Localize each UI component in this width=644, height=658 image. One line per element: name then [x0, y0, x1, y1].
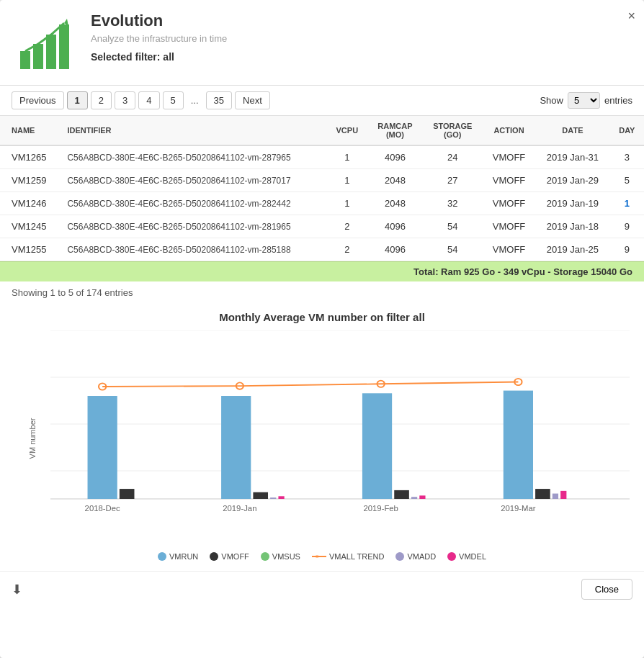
bar-vmrun-feb	[362, 393, 392, 499]
page-35-button[interactable]: 35	[206, 91, 232, 109]
page-dots: ...	[187, 92, 203, 109]
pagination-bar: Previous 1 2 3 4 5 ... 35 Next Show 5 10…	[0, 86, 644, 116]
page-3-button[interactable]: 3	[115, 91, 135, 109]
show-label: Show	[540, 95, 563, 106]
cell-name: VM1245	[0, 215, 60, 238]
show-entries-control: Show 5 10 25 50 entries	[540, 92, 632, 109]
cell-day: 1	[610, 192, 644, 215]
table-row: VM1265 C56A8BCD-380E-4E6C-B265-D50208641…	[0, 145, 644, 169]
cell-name: VM1255	[0, 238, 60, 261]
bar-vmoff-jan	[253, 492, 268, 499]
col-action: ACTION	[483, 116, 535, 145]
bar-vmdel-mar	[560, 491, 566, 499]
cell-name: VM1265	[0, 145, 60, 169]
page-4-button[interactable]: 4	[138, 91, 159, 109]
cell-day: 3	[610, 145, 644, 169]
cell-ram: 2048	[367, 169, 423, 192]
modal-title: Evolution	[91, 12, 227, 30]
bar-vmdel-feb	[419, 495, 425, 499]
svg-rect-3	[59, 24, 69, 69]
cell-ram: 4096	[367, 145, 423, 169]
download-button[interactable]: ⬇	[12, 582, 22, 598]
cell-action: VMOFF	[483, 145, 535, 169]
cell-name: VM1259	[0, 169, 60, 192]
bar-vmrun-mar	[504, 391, 533, 499]
col-identifier: IDENTIFIER	[60, 116, 326, 145]
y-axis-label: VM number	[28, 418, 37, 459]
modal-subtitle: Analyze the infrastructure in time	[91, 33, 227, 44]
legend-vmadd: VMADD	[395, 552, 436, 561]
legend-dot-vmsus	[261, 552, 269, 561]
legend-vmoff: VMOFF	[210, 552, 249, 561]
legend-vmdel: VMDEL	[447, 552, 486, 561]
cell-storage: 32	[423, 192, 483, 215]
table-row: VM1259 C56A8BCD-380E-4E6C-B265-D50208641…	[0, 169, 644, 192]
cell-vcpu: 1	[326, 145, 367, 169]
cell-vcpu: 1	[326, 169, 367, 192]
svg-text:2018-Dec: 2018-Dec	[85, 504, 121, 512]
cell-storage: 24	[423, 145, 483, 169]
bar-vmdel-jan	[278, 496, 284, 499]
cell-ram: 2048	[367, 192, 423, 215]
col-ramcap: RAMCAP(Mo)	[367, 116, 423, 145]
legend-vmsus: VMSUS	[261, 552, 300, 561]
bar-vmoff-mar	[535, 489, 550, 499]
col-storage: STORAGE(Go)	[423, 116, 483, 145]
cell-id: C56A8BCD-380E-4E6C-B265-D50208641102-vm-…	[60, 145, 326, 169]
legend-label-vmsus: VMSUS	[272, 552, 300, 561]
table-row: VM1246 C56A8BCD-380E-4E6C-B265-D50208641…	[0, 192, 644, 215]
legend-label-vmoff: VMOFF	[221, 552, 249, 561]
entries-select[interactable]: 5 10 25 50	[568, 92, 600, 109]
legend-dot-vmadd	[395, 552, 404, 561]
showing-text: Showing 1 to 5 of 174 entries	[0, 281, 644, 304]
chart-svg: 2000 1500 1000 500 0	[50, 330, 630, 518]
cell-id: C56A8BCD-380E-4E6C-B265-D50208641102-vm-…	[60, 169, 326, 192]
previous-button[interactable]: Previous	[12, 91, 64, 109]
close-footer-button[interactable]: Close	[581, 579, 632, 600]
page-1-button[interactable]: 1	[67, 91, 88, 109]
table-row: VM1255 C56A8BCD-380E-4E6C-B265-D50208641…	[0, 238, 644, 261]
bar-vmoff-dec	[120, 489, 135, 499]
bar-vmrun-jan	[221, 396, 251, 499]
cell-date: 2019 Jan-25	[535, 238, 609, 261]
table-header-row: NAME IDENTIFIER VCPU RAMCAP(Mo) STORAGE(…	[0, 116, 644, 145]
svg-text:2019-Feb: 2019-Feb	[363, 504, 398, 512]
bar-vmadd-mar	[553, 494, 558, 499]
legend-label-vmall: VMALL TREND	[329, 552, 384, 561]
pagination-controls: Previous 1 2 3 4 5 ... 35 Next	[12, 91, 270, 109]
cell-date: 2019 Jan-31	[535, 145, 609, 169]
legend-vmall-trend: ○ VMALL TREND	[312, 552, 384, 561]
cell-storage: 54	[423, 238, 483, 261]
entries-label: entries	[604, 95, 632, 106]
cell-date: 2019 Jan-19	[535, 192, 609, 215]
legend-vmrun: VMRUN	[158, 552, 198, 561]
col-name: NAME	[0, 116, 60, 145]
bar-vmoff-feb	[394, 490, 409, 499]
cell-id: C56A8BCD-380E-4E6C-B265-D50208641102-vm-…	[60, 192, 326, 215]
next-button[interactable]: Next	[235, 91, 270, 109]
bar-vmrun-dec	[88, 396, 117, 499]
legend-dot-vmdel	[447, 552, 456, 561]
chart-title: Monthly Average VM number on filter all	[14, 311, 630, 323]
modal-header: Evolution Analyze the infrastructure in …	[0, 0, 644, 86]
legend-label-vmrun: VMRUN	[169, 552, 198, 561]
cell-storage: 54	[423, 215, 483, 238]
legend-label-vmadd: VMADD	[407, 552, 436, 561]
cell-day: 9	[610, 238, 644, 261]
modal-footer: ⬇ Close	[0, 571, 644, 607]
col-vcpu: VCPU	[326, 116, 367, 145]
page-2-button[interactable]: 2	[91, 91, 112, 109]
page-5-button[interactable]: 5	[163, 91, 184, 109]
cell-action: VMOFF	[483, 169, 535, 192]
svg-rect-0	[20, 51, 30, 69]
svg-text:2019-Jan: 2019-Jan	[223, 504, 256, 512]
legend-label-vmdel: VMDEL	[459, 552, 486, 561]
total-bar: Total: Ram 925 Go - 349 vCpu - Storage 1…	[0, 261, 644, 281]
cell-day: 9	[610, 215, 644, 238]
header-text: Evolution Analyze the infrastructure in …	[91, 12, 227, 63]
close-icon-button[interactable]: ×	[627, 9, 635, 24]
chart-legend: VMRUN VMOFF VMSUS ○ VMALL TREND VMADD VM…	[14, 552, 630, 561]
legend-line-vmall: ○	[312, 556, 326, 557]
trend-line	[102, 382, 518, 387]
cell-vcpu: 2	[326, 238, 367, 261]
